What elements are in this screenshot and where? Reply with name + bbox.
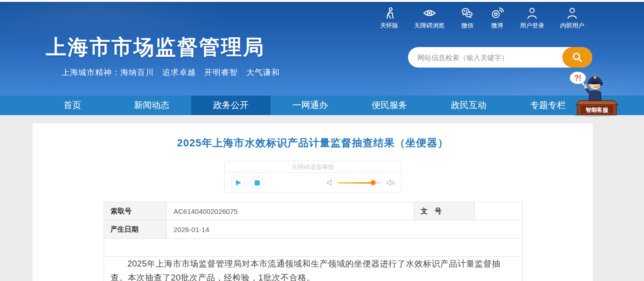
search-button[interactable] — [562, 47, 592, 68]
eye-icon — [422, 6, 436, 20]
issue-date-label: 产生日期 — [104, 220, 167, 239]
quicklink-weibo[interactable]: 微博 — [490, 6, 504, 30]
doc-number-label: 文 号 — [414, 202, 475, 220]
audio-controls — [225, 173, 401, 192]
article-title: 2025年上海市水效标识产品计量监督抽查结果（坐便器） — [33, 136, 593, 150]
mascot-speech-bubble: ?! — [570, 72, 586, 87]
volume-high-icon — [387, 179, 395, 186]
quick-links: 关怀版 无障碍浏览 微信 — [380, 6, 584, 30]
wechat-icon — [460, 6, 474, 20]
volume-slider[interactable] — [338, 182, 382, 184]
spacer-cell — [104, 239, 523, 257]
nav-item-gov-disclosure[interactable]: 政务公开 — [191, 96, 270, 115]
quicklink-wechat[interactable]: 微信 — [460, 6, 474, 30]
volume-handle[interactable] — [371, 180, 375, 185]
search-icon — [571, 51, 583, 63]
index-number-label: 索取号 — [104, 202, 167, 220]
site-header: 关怀版 无障碍浏览 微信 — [0, 2, 644, 96]
elderly-icon — [382, 6, 396, 20]
nav-item-interaction[interactable]: 政民互动 — [429, 96, 508, 115]
page: 关怀版 无障碍浏览 微信 — [0, 0, 644, 281]
quicklink-accessibility[interactable]: 无障碍浏览 — [414, 6, 444, 30]
quicklink-label: 内部用户 — [560, 21, 584, 30]
table-body-row: 2025年上海市市场监督管理局对本市流通领域和生产领域的坐便器进行了水效标识产品… — [104, 257, 523, 281]
nav-item-home[interactable]: 首页 — [33, 96, 112, 115]
table-row: 产生日期 2026-01-14 — [104, 220, 523, 239]
audio-play-button[interactable] — [231, 176, 245, 190]
quicklink-care-version[interactable]: 关怀版 — [380, 6, 398, 30]
doc-number-value — [475, 202, 523, 220]
nav-inner: 首页 新闻动态 政务公开 一网通办 便民服务 政民互动 专题专栏 — [33, 96, 588, 115]
article-card: 2025年上海市水效标识产品计量监督抽查结果（坐便器） 无障碍语音播报 — [33, 123, 593, 281]
table-spacer-row — [104, 239, 523, 257]
quicklink-internal-user[interactable]: 内部用户 — [560, 6, 584, 30]
site-slogan: 上海城市精神：海纳百川 追求卓越 开明睿智 大气谦和 — [46, 67, 280, 78]
quicklink-label: 无障碍浏览 — [414, 21, 444, 30]
index-number-value: AC61404002026075 — [167, 202, 414, 220]
article-body-paragraph: 2025年上海市市场监督管理局对本市流通领域和生产领域的坐便器进行了水效标识产品… — [111, 257, 516, 281]
volume-fill — [338, 182, 373, 184]
nav-item-news[interactable]: 新闻动态 — [112, 96, 191, 115]
smart-service-mascot[interactable]: 智能客服 — [566, 68, 623, 117]
mascot-podium: 智能客服 — [576, 101, 618, 115]
volume-low-icon — [327, 179, 333, 186]
article-body-cell: 2025年上海市市场监督管理局对本市流通领域和生产领域的坐便器进行了水效标识产品… — [104, 257, 523, 281]
quicklink-label: 关怀版 — [380, 21, 398, 30]
main-nav: 首页 新闻动态 政务公开 一网通办 便民服务 政民互动 专题专栏 — [0, 96, 644, 115]
audio-player: 无障碍语音播报 — [224, 161, 402, 193]
stop-icon — [255, 180, 260, 185]
content-area: 2025年上海市水效标识产品计量监督抽查结果（坐便器） 无障碍语音播报 — [0, 115, 644, 281]
play-icon — [236, 180, 241, 185]
search-bar — [408, 47, 592, 68]
user-login-icon — [525, 6, 539, 20]
document-meta-table: 索取号 AC61404002026075 文 号 产生日期 2026-01-14… — [104, 202, 523, 281]
audio-stop-button[interactable] — [250, 176, 264, 190]
audio-player-header: 无障碍语音播报 — [225, 161, 401, 173]
officer-figure — [584, 76, 603, 101]
nav-item-one-stop-services[interactable]: 一网通办 — [270, 96, 350, 115]
site-title: 上海市市场监督管理局 — [46, 34, 280, 61]
internal-user-icon — [565, 6, 579, 20]
table-row: 索取号 AC61404002026075 文 号 — [104, 202, 523, 220]
mascot-bubble-text: ?! — [574, 74, 581, 82]
quicklink-label: 微信 — [461, 21, 473, 30]
brand: 上海市市场监督管理局 上海城市精神：海纳百川 追求卓越 开明睿智 大气谦和 — [46, 34, 280, 78]
weibo-icon — [490, 6, 504, 20]
quicklink-user-login[interactable]: 用户登录 — [520, 6, 544, 30]
mascot-label: 智能客服 — [585, 107, 609, 113]
issue-date-value: 2026-01-14 — [167, 220, 523, 239]
quicklink-label: 用户登录 — [520, 21, 544, 30]
nav-item-public-services[interactable]: 便民服务 — [350, 96, 429, 115]
quicklink-label: 微博 — [491, 21, 503, 30]
